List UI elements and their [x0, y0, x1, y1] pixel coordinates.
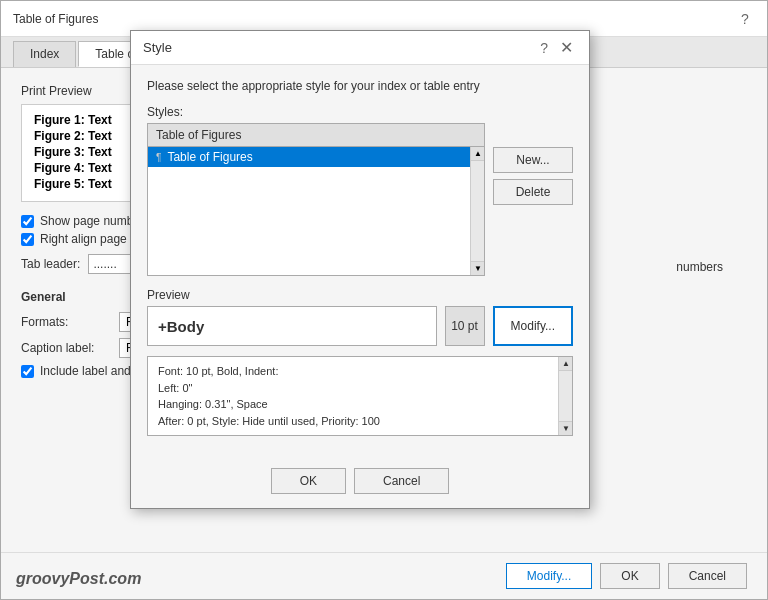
modal-title-controls: ? ✕: [536, 38, 577, 57]
paragraph-icon: ¶: [156, 152, 161, 163]
formats-label: Formats:: [21, 315, 111, 329]
bg-cancel-button[interactable]: Cancel: [668, 563, 747, 589]
include-label-checkbox[interactable]: [21, 365, 34, 378]
desc-scroll-up-icon[interactable]: ▲: [559, 357, 573, 371]
desc-line-1: Font: 10 pt, Bold, Indent:: [158, 363, 562, 380]
styles-side-buttons: New... Delete: [493, 123, 573, 276]
numbers-text: numbers: [676, 260, 723, 274]
modal-description: Please select the appropriate style for …: [147, 79, 573, 93]
styles-header: Table of Figures: [147, 123, 485, 146]
preview-label: Preview: [147, 288, 573, 302]
show-page-numbers-label: Show page numbe: [40, 214, 140, 228]
modal-title: Style: [143, 40, 172, 55]
scroll-down-icon[interactable]: ▼: [471, 261, 485, 275]
modal-ok-button[interactable]: OK: [271, 468, 346, 494]
bg-titlebar-controls: ?: [735, 9, 755, 29]
styles-listbox[interactable]: ¶ Table of Figures ▲ ▼: [147, 146, 485, 276]
bg-ok-button[interactable]: OK: [600, 563, 659, 589]
styles-item-selected[interactable]: ¶ Table of Figures: [148, 147, 484, 167]
show-page-numbers-checkbox[interactable]: [21, 215, 34, 228]
desc-line-4: After: 0 pt, Style: Hide until used, Pri…: [158, 413, 562, 430]
styles-container: Table of Figures ¶ Table of Figures ▲ ▼: [147, 123, 485, 276]
style-modal: Style ? ✕ Please select the appropriate …: [130, 30, 590, 509]
preview-pt-box: 10 pt: [445, 306, 485, 346]
desc-scrollbar[interactable]: ▲ ▼: [558, 357, 572, 435]
modal-styles-row: Table of Figures ¶ Table of Figures ▲ ▼ …: [147, 123, 573, 276]
caption-label-label: Caption label:: [21, 341, 111, 355]
preview-body-text: +Body: [158, 318, 204, 335]
preview-text-box: +Body: [147, 306, 437, 346]
styles-scrollbar[interactable]: ▲ ▼: [470, 147, 484, 275]
modal-titlebar: Style ? ✕: [131, 31, 589, 65]
preview-pt-text: 10 pt: [451, 319, 478, 333]
style-description-box: Font: 10 pt, Bold, Indent: Left: 0" Hang…: [147, 356, 573, 436]
bg-window-title: Table of Figures: [13, 12, 98, 26]
modal-close-button[interactable]: ✕: [556, 38, 577, 57]
desc-line-2: Left: 0": [158, 380, 562, 397]
modal-cancel-button[interactable]: Cancel: [354, 468, 449, 494]
scroll-up-icon[interactable]: ▲: [471, 147, 485, 161]
bg-modify-button[interactable]: Modify...: [506, 563, 592, 589]
styles-label: Styles:: [147, 105, 573, 119]
styles-delete-button[interactable]: Delete: [493, 179, 573, 205]
desc-scroll-down-icon[interactable]: ▼: [559, 421, 573, 435]
right-align-label: Right align page n: [40, 232, 137, 246]
preview-modify-button[interactable]: Modify...: [493, 306, 573, 346]
styles-item-label: Table of Figures: [167, 150, 252, 164]
modal-footer: OK Cancel: [131, 462, 589, 508]
modal-help-button[interactable]: ?: [536, 40, 552, 56]
modal-body: Please select the appropriate style for …: [131, 65, 589, 462]
tab-leader-label: Tab leader:: [21, 257, 80, 271]
styles-new-button[interactable]: New...: [493, 147, 573, 173]
watermark: groovyPost.com: [16, 570, 141, 588]
bg-help-button[interactable]: ?: [735, 9, 755, 29]
preview-row: +Body 10 pt Modify...: [147, 306, 573, 346]
desc-line-3: Hanging: 0.31", Space: [158, 396, 562, 413]
include-label-label: Include label and: [40, 364, 131, 378]
right-align-checkbox[interactable]: [21, 233, 34, 246]
tab-index[interactable]: Index: [13, 41, 76, 67]
watermark-text: groovyPost.com: [16, 570, 141, 587]
